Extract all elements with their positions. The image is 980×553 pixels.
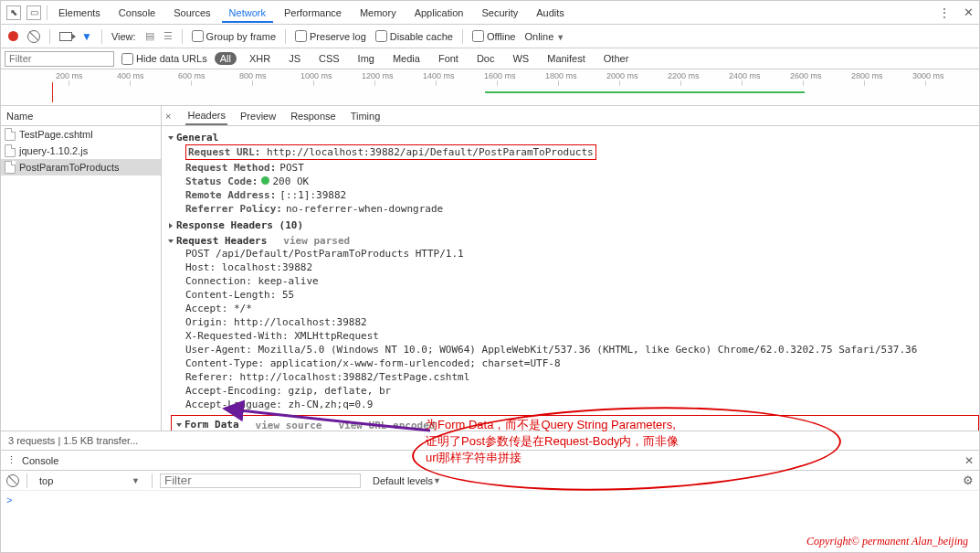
header-line: Accept-Language: zh-CN,zh;q=0.9 xyxy=(169,398,979,411)
timeline-tick: 1200 ms xyxy=(362,71,394,80)
close-drawer-icon[interactable]: ✕ xyxy=(964,454,974,467)
request-list: Name TestPage.cshtml jquery-1.10.2.js Po… xyxy=(1,106,162,431)
request-headers-section-header[interactable]: Request Headersview parsed xyxy=(169,235,979,247)
filter-other[interactable]: Other xyxy=(598,52,635,65)
tab-preview[interactable]: Preview xyxy=(238,108,278,124)
tab-sources[interactable]: Sources xyxy=(166,3,217,23)
levels-select[interactable]: Default levels ▼ xyxy=(368,473,446,488)
clear-console-icon[interactable] xyxy=(6,474,19,487)
filter-js[interactable]: JS xyxy=(283,52,306,65)
view-source-link[interactable]: view source xyxy=(256,420,322,431)
close-details-icon[interactable]: × xyxy=(165,111,171,122)
form-data-section-header[interactable]: Form Dataview sourceview URL encoded xyxy=(177,419,973,431)
timeline-tick: 800 ms xyxy=(239,71,267,80)
request-row[interactable]: PostParamToProducts xyxy=(1,159,161,175)
console-filter-input[interactable] xyxy=(160,473,361,488)
header-line: Accept: */* xyxy=(169,302,979,315)
filter-input[interactable] xyxy=(5,51,114,67)
view-url-encoded-link[interactable]: view URL encoded xyxy=(338,420,435,431)
group-by-frame-checkbox[interactable]: Group by frame xyxy=(192,30,276,42)
request-name: PostParamToProducts xyxy=(19,162,119,173)
console-tab[interactable]: Console xyxy=(22,455,58,466)
timeline[interactable]: 200 ms400 ms600 ms800 ms1000 ms1200 ms14… xyxy=(1,69,979,106)
timeline-tick: 200 ms xyxy=(56,71,83,80)
tab-headers[interactable]: Headers xyxy=(185,107,227,125)
offline-checkbox[interactable]: Offline xyxy=(472,30,516,42)
screenshot-icon[interactable] xyxy=(59,32,72,41)
waterfall-icon[interactable]: ☰ xyxy=(163,30,173,42)
filter-ws[interactable]: WS xyxy=(507,52,534,65)
headers-body: General Request URL: http://localhost:39… xyxy=(162,126,979,431)
caret-down-icon xyxy=(168,239,174,243)
tab-memory[interactable]: Memory xyxy=(353,3,404,23)
throttle-select[interactable]: Online ▼ xyxy=(524,31,564,42)
tab-response[interactable]: Response xyxy=(289,108,338,124)
close-devtools-icon[interactable]: ✕ xyxy=(964,5,974,19)
tab-network[interactable]: Network xyxy=(222,3,273,23)
filter-img[interactable]: Img xyxy=(353,52,380,65)
inspect-icon[interactable]: ⬉ xyxy=(6,5,21,20)
tab-application[interactable]: Application xyxy=(407,3,471,23)
file-icon xyxy=(5,161,16,174)
console-prompt[interactable]: > xyxy=(1,490,979,508)
tab-elements[interactable]: Elements xyxy=(51,3,108,23)
timeline-tick: 2600 ms xyxy=(790,71,822,80)
device-toggle-icon[interactable]: ▭ xyxy=(26,5,41,20)
header-line: Host: localhost:39882 xyxy=(169,261,979,274)
main-panel: Name TestPage.cshtml jquery-1.10.2.js Po… xyxy=(1,106,979,431)
header-line: User-Agent: Mozilla/5.0 (Windows NT 10.0… xyxy=(169,343,979,356)
timeline-marker xyxy=(52,82,53,102)
filter-media[interactable]: Media xyxy=(387,52,426,65)
view-parsed-link[interactable]: view parsed xyxy=(283,235,350,247)
filter-doc[interactable]: Doc xyxy=(471,52,501,65)
tab-performance[interactable]: Performance xyxy=(277,3,349,23)
network-toolbar: ▼ View: ▤ ☰ Group by frame Preserve log … xyxy=(1,25,979,48)
clear-icon[interactable] xyxy=(27,30,40,43)
filter-css[interactable]: CSS xyxy=(313,52,345,65)
filter-xhr[interactable]: XHR xyxy=(244,52,276,65)
record-icon[interactable] xyxy=(8,31,18,41)
filter-all[interactable]: All xyxy=(215,52,237,65)
timeline-tick: 1800 ms xyxy=(545,71,577,80)
timeline-tick: 1600 ms xyxy=(484,71,516,80)
caret-right-icon xyxy=(169,223,173,229)
tab-security[interactable]: Security xyxy=(474,3,525,23)
request-details: × Headers Preview Response Timing Genera… xyxy=(162,106,979,431)
name-column-header[interactable]: Name xyxy=(1,106,161,126)
context-select[interactable]: top▼ xyxy=(35,473,144,488)
tab-timing[interactable]: Timing xyxy=(349,108,383,124)
gear-icon[interactable]: ⚙ xyxy=(963,473,974,487)
preserve-log-checkbox[interactable]: Preserve log xyxy=(295,30,366,42)
caret-down-icon xyxy=(168,136,174,140)
disable-cache-checkbox[interactable]: Disable cache xyxy=(375,30,453,42)
console-menu-icon[interactable]: ⋮ xyxy=(6,454,16,466)
timeline-tick: 2000 ms xyxy=(606,71,638,80)
header-line: Referer: http://localhost:39882/TestPage… xyxy=(169,370,979,384)
header-line: X-Requested-With: XMLHttpRequest xyxy=(169,329,979,343)
status-bar: 3 requests | 1.5 KB transfer... xyxy=(1,431,979,450)
view-label: View: xyxy=(111,31,136,42)
file-icon xyxy=(5,144,16,157)
general-section-header[interactable]: General xyxy=(169,132,979,144)
filter-toggle-icon[interactable]: ▼ xyxy=(81,30,92,43)
timeline-tick: 1400 ms xyxy=(423,71,455,80)
request-row[interactable]: jquery-1.10.2.js xyxy=(1,143,161,159)
filter-font[interactable]: Font xyxy=(433,52,464,65)
tab-console[interactable]: Console xyxy=(111,3,163,23)
filter-manifest[interactable]: Manifest xyxy=(542,52,591,65)
response-headers-section-header[interactable]: Response Headers (10) xyxy=(169,219,979,231)
header-line: POST /api/Default/PostParamToProducts HT… xyxy=(169,247,979,261)
copyright-text: Copyright© permanent Alan_beijing xyxy=(806,535,968,548)
large-rows-icon[interactable]: ▤ xyxy=(145,30,154,42)
request-row[interactable]: TestPage.cshtml xyxy=(1,126,161,143)
hide-data-urls-checkbox[interactable]: Hide data URLs xyxy=(121,53,207,65)
file-icon xyxy=(5,128,16,141)
header-line: Content-Type: application/x-www-form-url… xyxy=(169,356,979,370)
request-name: TestPage.cshtml xyxy=(19,129,93,140)
timeline-tick: 1000 ms xyxy=(300,71,332,80)
tab-audits[interactable]: Audits xyxy=(529,3,572,23)
filter-bar: Hide data URLs All XHR JS CSS Img Media … xyxy=(1,48,979,69)
more-icon[interactable]: ⋮ xyxy=(938,5,951,20)
console-drawer-header: ⋮ Console ✕ xyxy=(1,450,979,470)
timeline-tick: 3000 ms xyxy=(912,71,944,80)
